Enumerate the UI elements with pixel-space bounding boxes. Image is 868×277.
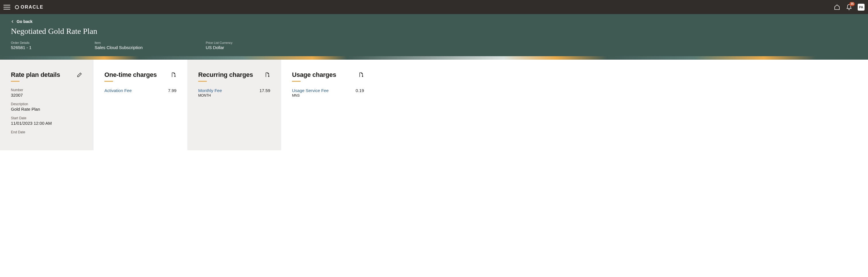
card-title: Recurring charges xyxy=(198,71,253,79)
accent-bar xyxy=(104,81,113,82)
charge-row: Activation Fee 7.99 xyxy=(104,88,177,93)
meta-label: Price List Currency xyxy=(206,41,232,44)
top-bar: ORACLE 35 PA xyxy=(0,0,868,14)
field-label: Description xyxy=(11,102,83,106)
oracle-ring-icon xyxy=(15,5,19,9)
avatar-initials: PA xyxy=(859,5,863,9)
add-document-icon[interactable] xyxy=(264,72,270,78)
field-start-date: Start Date 11/01/2023 12:00 AM xyxy=(11,116,83,126)
add-document-icon[interactable] xyxy=(170,72,177,78)
add-document-icon[interactable] xyxy=(358,72,364,78)
charge-link-monthly-fee[interactable]: Monthly Fee xyxy=(198,88,222,93)
charge-link-activation-fee[interactable]: Activation Fee xyxy=(104,88,132,93)
user-avatar[interactable]: PA xyxy=(858,4,865,10)
card-header: Rate plan details xyxy=(11,71,83,79)
charge-link-usage-service-fee[interactable]: Usage Service Fee xyxy=(292,88,329,93)
meta-currency: Price List Currency US Dollar xyxy=(206,41,232,50)
top-bar-right: 35 PA xyxy=(834,4,865,10)
go-back-button[interactable]: Go back xyxy=(11,19,32,24)
charge-row: Monthly Fee MONTH 17.59 xyxy=(198,88,270,97)
recurring-charges-card: Recurring charges Monthly Fee MONTH 17.5… xyxy=(187,60,281,150)
notifications-badge: 35 xyxy=(849,2,855,6)
decorative-strip xyxy=(0,56,868,60)
meta-value: US Dollar xyxy=(206,45,232,50)
go-back-label: Go back xyxy=(17,19,32,24)
field-description: Description Gold Rate Plan xyxy=(11,102,83,112)
meta-label: Order Details xyxy=(11,41,32,44)
hamburger-menu-button[interactable] xyxy=(3,4,10,10)
top-bar-left: ORACLE xyxy=(3,4,43,10)
header-meta: Order Details 526581 - 1 Item Sales Clou… xyxy=(11,41,857,56)
charge-info: Monthly Fee MONTH xyxy=(198,88,222,97)
meta-item: Item Sales Cloud Subscription xyxy=(95,41,143,50)
charge-period: MONTH xyxy=(198,93,222,97)
field-label: End Date xyxy=(11,130,83,134)
meta-order-details: Order Details 526581 - 1 xyxy=(11,41,32,50)
accent-bar xyxy=(292,81,301,82)
meta-value: 526581 - 1 xyxy=(11,45,32,50)
card-title: Usage charges xyxy=(292,71,336,79)
card-title: Rate plan details xyxy=(11,71,60,79)
rate-plan-details-card: Rate plan details Number 32007 Descripti… xyxy=(0,60,94,150)
charge-row: Usage Service Fee MNS 0.19 xyxy=(292,88,364,97)
field-end-date: End Date xyxy=(11,130,83,134)
charge-amount: 7.99 xyxy=(168,88,177,93)
accent-bar xyxy=(198,81,207,82)
page-header: Go back Negotiated Gold Rate Plan Order … xyxy=(0,14,868,56)
field-number: Number 32007 xyxy=(11,88,83,97)
meta-value: Sales Cloud Subscription xyxy=(95,45,143,50)
content-area: Rate plan details Number 32007 Descripti… xyxy=(0,60,868,150)
accent-bar xyxy=(11,81,20,82)
home-icon[interactable] xyxy=(834,4,840,10)
card-title: One-time charges xyxy=(104,71,157,79)
field-label: Number xyxy=(11,88,83,92)
one-time-charges-card: One-time charges Activation Fee 7.99 xyxy=(94,60,187,150)
field-value: Gold Rate Plan xyxy=(11,107,83,112)
field-label: Start Date xyxy=(11,116,83,120)
charge-info: Usage Service Fee MNS xyxy=(292,88,329,97)
field-value: 11/01/2023 12:00 AM xyxy=(11,121,83,126)
brand-text: ORACLE xyxy=(21,5,43,10)
card-header: Recurring charges xyxy=(198,71,270,79)
page-title: Negotiated Gold Rate Plan xyxy=(11,27,857,36)
charge-amount: 0.19 xyxy=(356,88,364,93)
charge-info: Activation Fee xyxy=(104,88,132,93)
notifications-icon[interactable]: 35 xyxy=(846,4,852,10)
card-header: Usage charges xyxy=(292,71,364,79)
edit-icon[interactable] xyxy=(76,72,83,78)
usage-charges-card: Usage charges Usage Service Fee MNS 0.19 xyxy=(281,60,375,150)
card-header: One-time charges xyxy=(104,71,177,79)
charge-amount: 17.59 xyxy=(259,88,270,93)
chevron-left-icon xyxy=(11,20,14,23)
meta-label: Item xyxy=(95,41,143,44)
brand-logo[interactable]: ORACLE xyxy=(15,5,43,10)
field-value: 32007 xyxy=(11,93,83,97)
charge-unit: MNS xyxy=(292,93,329,97)
